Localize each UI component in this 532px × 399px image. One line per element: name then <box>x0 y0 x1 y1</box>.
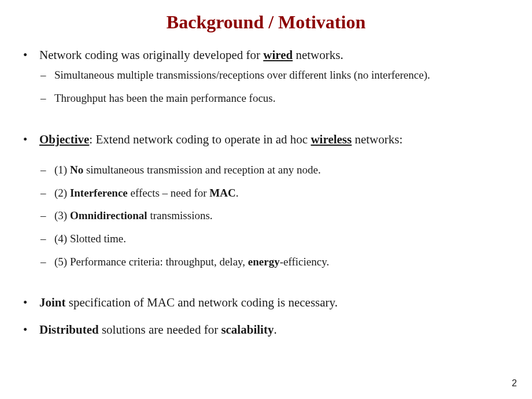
text: solutions are needed for <box>99 323 221 337</box>
spacer <box>12 152 520 162</box>
text: . <box>236 187 239 199</box>
interference-bold: Interference <box>70 187 128 199</box>
text: effects – need for <box>128 187 210 199</box>
bullet-1-sub-1: Simultaneous multiple transmissions/rece… <box>12 68 520 83</box>
text: . <box>274 323 276 337</box>
bullet-2: Objective: Extend network coding to oper… <box>12 131 520 147</box>
spacer <box>12 114 520 131</box>
text: specification of MAC and network coding … <box>66 295 338 309</box>
slide: Background / Motivation Network coding w… <box>0 0 532 399</box>
objective-bu: Objective <box>39 132 89 146</box>
text: : Extend network coding to operate in ad… <box>89 132 311 146</box>
no-bold: No <box>70 164 83 176</box>
text: -efficiency. <box>280 256 329 268</box>
text: (2) <box>54 187 70 199</box>
bullet-2-sub-3: (3) Omnidirectional transmissions. <box>12 208 520 223</box>
bullet-2-sub-4: (4) Slotted time. <box>12 231 520 246</box>
scalability-bold: scalability <box>221 323 274 337</box>
bullet-2-sub-2: (2) Interference effects – need for MAC. <box>12 186 520 201</box>
text: networks. <box>293 48 343 62</box>
mac-bold: MAC <box>209 187 235 199</box>
text: simultaneous transmission and reception … <box>83 164 321 176</box>
joint-bold: Joint <box>39 295 66 309</box>
bullet-4: Distributed solutions are needed for sca… <box>12 322 520 338</box>
page-number: 2 <box>512 378 517 389</box>
text: (3) <box>54 209 70 221</box>
text: transmissions. <box>147 209 213 221</box>
bullet-2-sub-5: (5) Performance criteria: throughput, de… <box>12 254 520 269</box>
omni-bold: Omnidirectional <box>70 209 147 221</box>
text: (5) Performance criteria: throughput, de… <box>54 256 248 268</box>
wired-bu: wired <box>263 48 293 62</box>
bullet-1: Network coding was originally developed … <box>12 47 520 63</box>
bullet-1-sub-2: Throughput has been the main performance… <box>12 91 520 106</box>
bullet-3: Joint specification of MAC and network c… <box>12 294 520 311</box>
wireless-bu: wireless <box>311 132 352 146</box>
text: (1) <box>54 164 70 176</box>
spacer <box>12 277 520 294</box>
bullet-2-sub-1: (1) No simultaneous transmission and rec… <box>12 162 520 178</box>
text: Network coding was originally developed … <box>39 48 263 62</box>
text: networks: <box>352 132 402 146</box>
energy-bold: energy <box>248 256 280 268</box>
distributed-bold: Distributed <box>39 323 99 337</box>
slide-title: Background / Motivation <box>12 12 520 33</box>
